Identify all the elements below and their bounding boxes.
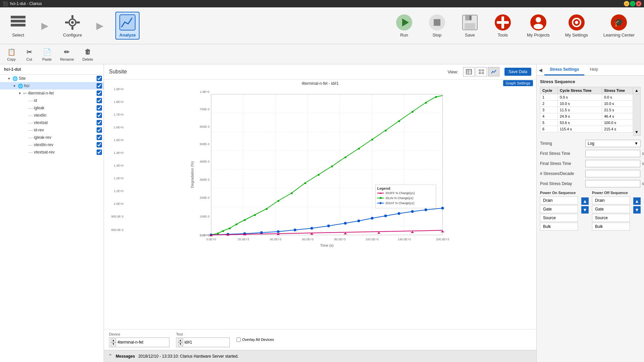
run-icon xyxy=(395,14,413,31)
stress-cell-0: 5 xyxy=(540,120,558,126)
igleak-checkbox[interactable] xyxy=(97,105,102,111)
save-button[interactable]: Save xyxy=(459,12,481,39)
tree-node-igleak-rev[interactable]: — igleak-rev xyxy=(0,134,104,141)
tree-node-vtextlin[interactable]: — vtextlin xyxy=(0,112,104,119)
learning-center-button[interactable]: 🎓 Learning Center xyxy=(601,12,637,39)
power-off-up-btn[interactable]: ▲ xyxy=(633,197,641,205)
device-next-btn[interactable]: ▼ xyxy=(111,342,116,346)
svg-text:40.0E+3: 40.0E+3 xyxy=(270,238,281,241)
power-on-item: Source xyxy=(540,214,578,222)
id-rev-checkbox[interactable] xyxy=(97,127,102,133)
svg-point-100 xyxy=(344,222,347,225)
select-button[interactable]: Select xyxy=(7,12,30,39)
my-projects-button[interactable]: My Projects xyxy=(524,12,552,39)
my-settings-button[interactable]: My Settings xyxy=(562,12,591,39)
stress-cell-0: 4 xyxy=(540,113,558,120)
view-chart-icon[interactable] xyxy=(488,67,499,76)
view-buttons xyxy=(463,67,499,76)
timing-dropdown[interactable]: Log ▼ xyxy=(585,140,641,147)
messages-expand-icon[interactable]: ⌃ xyxy=(108,353,112,359)
vtextlin-rev-checkbox[interactable] xyxy=(97,142,102,147)
delete-tool[interactable]: 🗑 Delete xyxy=(79,46,97,63)
overlay-checkbox[interactable] xyxy=(236,338,241,342)
tab-stress-settings[interactable]: Stress Settings xyxy=(544,64,584,75)
site-globe-icon: 🌐 xyxy=(12,76,18,81)
igleak-rev-checkbox[interactable] xyxy=(97,135,102,140)
vtextlin-checkbox[interactable] xyxy=(97,113,102,118)
stresses-per-decade-input[interactable]: 3 xyxy=(585,170,640,177)
svg-text:IDSAT % Change(y1): IDSAT % Change(y1) xyxy=(386,201,415,205)
tree-node-id[interactable]: — id xyxy=(0,97,104,104)
view-grid-icon[interactable] xyxy=(476,67,487,76)
rename-tool[interactable]: ✏ Rename xyxy=(57,46,77,63)
power-on-item: Drain xyxy=(540,196,578,204)
vtextlin-label: vtextlin xyxy=(34,113,97,118)
tree-node-hci[interactable]: ▼ 🌐 hci xyxy=(0,82,104,89)
tab-help[interactable]: Help xyxy=(584,64,603,75)
analyze-button[interactable]: Analyze xyxy=(115,12,140,40)
id-checkbox[interactable] xyxy=(97,98,102,103)
tree-node-igleak[interactable]: — igleak xyxy=(0,104,104,112)
svg-point-106 xyxy=(425,208,427,211)
view-table-icon[interactable] xyxy=(463,67,475,76)
tree-node-vtextlin-rev[interactable]: — vtextlin-rev xyxy=(0,141,104,148)
svg-rect-9 xyxy=(120,15,135,30)
hci-globe-icon: 🌐 xyxy=(18,83,23,88)
post-stress-delay-row: Post Stress Delay 0 s xyxy=(540,180,641,187)
post-stress-delay-input[interactable]: 0 xyxy=(585,180,640,187)
tools-button[interactable]: Tools xyxy=(491,12,514,39)
expand-site[interactable]: ▼ xyxy=(7,77,11,80)
stop-button[interactable]: Stop xyxy=(426,12,448,39)
device-prev-btn[interactable]: ▲ xyxy=(111,339,116,343)
vtextsat-checkbox[interactable] xyxy=(97,120,102,125)
graph-settings-button[interactable]: Graph Settings xyxy=(503,80,533,86)
svg-point-104 xyxy=(398,212,400,215)
test-section: Test ▲ ▼ id#1 xyxy=(176,332,230,347)
tree-node-vtextsat-rev[interactable]: — vtextsat-rev xyxy=(0,148,104,156)
stress-cell-2: 46.4 s xyxy=(602,113,633,120)
overlay-label: Overlay All Devices xyxy=(242,338,274,342)
select-label: Select xyxy=(12,33,24,38)
main-toolbar: Select ▶ Configure ▶ Analyze xyxy=(0,7,644,44)
power-off-down-btn[interactable]: ▼ xyxy=(633,206,641,214)
stress-cell-1: 11.5 s xyxy=(557,107,602,113)
svg-text:200E-3: 200E-3 xyxy=(200,196,209,199)
paste-label: Paste xyxy=(42,57,52,61)
vtextsat-rev-checkbox[interactable] xyxy=(97,149,102,155)
hci-checkbox[interactable] xyxy=(97,83,102,88)
first-stress-time-input[interactable]: 10 xyxy=(585,150,640,157)
tree-node-id-rev[interactable]: — id-rev xyxy=(0,126,104,134)
copy-tool[interactable]: 📋 Copy xyxy=(3,46,19,63)
tree-node-4terminal[interactable]: ▼ ↩ 4terminal-n-fet xyxy=(0,89,104,97)
svg-rect-14 xyxy=(434,19,440,26)
table-scroll-down[interactable]: ▼ xyxy=(633,129,640,135)
final-stress-time-input[interactable]: 2E+05 xyxy=(585,160,640,167)
right-panel-back-btn[interactable]: ◀ xyxy=(537,65,544,75)
test-prev-btn[interactable]: ▲ xyxy=(178,339,183,343)
tree-node-site[interactable]: ▼ 🌐 Site xyxy=(0,75,104,82)
close-button[interactable]: ✕ xyxy=(636,1,641,6)
expand-hci[interactable]: ▼ xyxy=(12,84,17,88)
maximize-button[interactable]: □ xyxy=(630,1,635,6)
4terminal-checkbox[interactable] xyxy=(97,90,102,96)
power-on-down-btn[interactable]: ▼ xyxy=(581,206,589,214)
cut-tool[interactable]: ✂ Cut xyxy=(21,46,37,63)
test-next-btn[interactable]: ▼ xyxy=(178,342,183,346)
configure-button[interactable]: Configure xyxy=(60,12,85,39)
svg-text:IDLIN % Change(y1): IDLIN % Change(y1) xyxy=(386,196,414,200)
power-on-up-btn[interactable]: ▲ xyxy=(581,197,589,205)
minimize-button[interactable]: ─ xyxy=(624,1,629,6)
expand-4terminal[interactable]: ▼ xyxy=(17,92,22,95)
table-scroll-up[interactable]: ▲ xyxy=(633,87,640,94)
paste-tool[interactable]: 📄 Paste xyxy=(39,46,55,63)
run-button[interactable]: Run xyxy=(393,12,416,39)
first-stress-time-row: First Stress Time 10 s xyxy=(540,150,641,157)
overlay-container: Overlay All Devices xyxy=(236,338,274,342)
save-data-button[interactable]: Save Data xyxy=(504,68,531,76)
delete-icon: 🗑 xyxy=(83,47,93,57)
tree-node-vtextsat[interactable]: — vtextsat xyxy=(0,119,104,126)
svg-text:0.0E+0: 0.0E+0 xyxy=(206,238,216,241)
site-checkbox[interactable] xyxy=(97,76,102,81)
svg-rect-37 xyxy=(482,72,484,74)
secondary-toolbar: 📋 Copy ✂ Cut 📄 Paste ✏ Rename 🗑 Delete xyxy=(0,44,644,64)
